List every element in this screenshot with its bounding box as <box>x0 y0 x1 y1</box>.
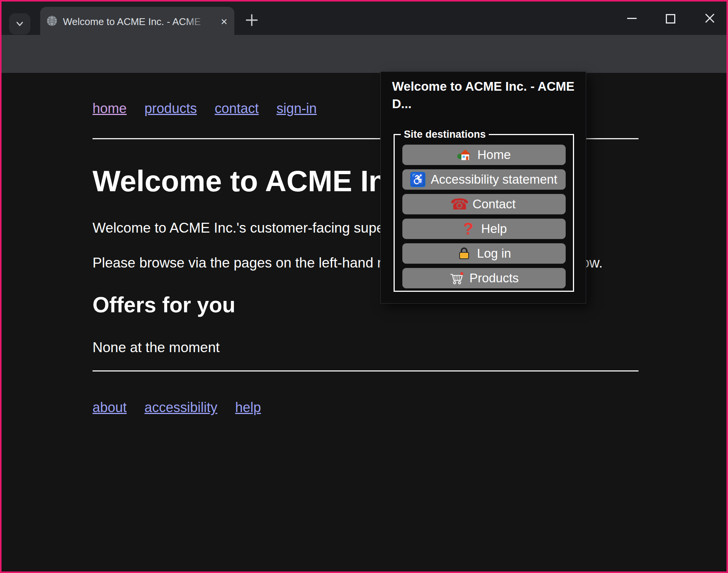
popup-accessibility-button[interactable]: ♿ Accessibility statement <box>402 169 566 190</box>
offers-heading: Offers for you <box>93 292 235 317</box>
question-icon: ? <box>461 221 476 236</box>
nav-link-products[interactable]: products <box>144 101 197 116</box>
popup-button-label: Contact <box>472 197 516 211</box>
tab-search-button[interactable] <box>9 13 30 35</box>
nav-link-home[interactable]: home <box>93 101 127 116</box>
popup-button-label: Home <box>477 148 511 162</box>
browser-tab[interactable]: Welcome to ACME Inc. - ACME × <box>40 7 234 35</box>
new-tab-button[interactable] <box>244 13 259 28</box>
close-button[interactable] <box>704 13 715 24</box>
popup-button-label: Log in <box>477 246 511 261</box>
popup-button-label: Help <box>481 222 507 236</box>
extension-popup: Welcome to ACME Inc. - ACME D... Site de… <box>381 72 586 303</box>
chevron-down-icon <box>14 19 25 29</box>
popup-button-label: Products <box>469 271 519 285</box>
site-destinations-fieldset: Site destinations Home ♿ Accessibility s… <box>394 129 574 292</box>
tab-close-button[interactable]: × <box>217 14 231 29</box>
minimize-button[interactable] <box>627 18 637 19</box>
globe-favicon-icon <box>46 15 58 27</box>
browser-window: Welcome to ACME Inc. - ACME × localhost:… <box>2 2 726 571</box>
popup-button-label: Accessibility statement <box>431 172 557 187</box>
maximize-button[interactable] <box>666 14 675 24</box>
footer-link-about[interactable]: about <box>93 400 127 415</box>
footer-link-help[interactable]: help <box>235 400 261 415</box>
page-title: Welcome to ACME Inc <box>93 165 403 198</box>
popup-products-button[interactable]: Products <box>402 268 566 288</box>
popup-home-button[interactable]: Home <box>402 145 566 165</box>
web-page: home products contact sign-in Welcome to… <box>2 73 726 571</box>
telephone-icon: ☎ <box>452 197 467 212</box>
popup-title: Welcome to ACME Inc. - ACME D... <box>392 78 582 113</box>
footer-link-accessibility[interactable]: accessibility <box>144 400 217 415</box>
wheelchair-icon: ♿ <box>410 172 425 187</box>
popup-contact-button[interactable]: ☎ Contact <box>402 194 566 214</box>
nav-link-sign-in[interactable]: sign-in <box>276 101 317 116</box>
fieldset-legend: Site destinations <box>401 129 489 140</box>
close-icon <box>704 13 715 24</box>
tab-title-fade <box>184 15 215 28</box>
footer-nav: about accessibility help <box>93 400 275 416</box>
popup-help-button[interactable]: ? Help <box>402 219 566 239</box>
cart-icon <box>449 271 464 286</box>
popup-login-button[interactable]: Log in <box>402 243 566 264</box>
browse-paragraph: Please browse via the pages on the left-… <box>93 255 389 271</box>
divider-bottom <box>93 370 639 372</box>
window-frame: Welcome to ACME Inc. - ACME × localhost:… <box>0 0 728 573</box>
tab-strip: Welcome to ACME Inc. - ACME × <box>2 2 726 35</box>
nav-link-contact[interactable]: contact <box>215 101 259 116</box>
house-icon <box>457 147 472 162</box>
intro-paragraph: Welcome to ACME Inc.'s customer-facing s… <box>93 220 389 236</box>
browser-toolbar: localhost:3000 ☆ W 6 <box>2 35 726 73</box>
offers-text: None at the moment <box>93 340 220 356</box>
lock-icon <box>457 246 472 261</box>
site-nav: home products contact sign-in <box>93 101 331 116</box>
